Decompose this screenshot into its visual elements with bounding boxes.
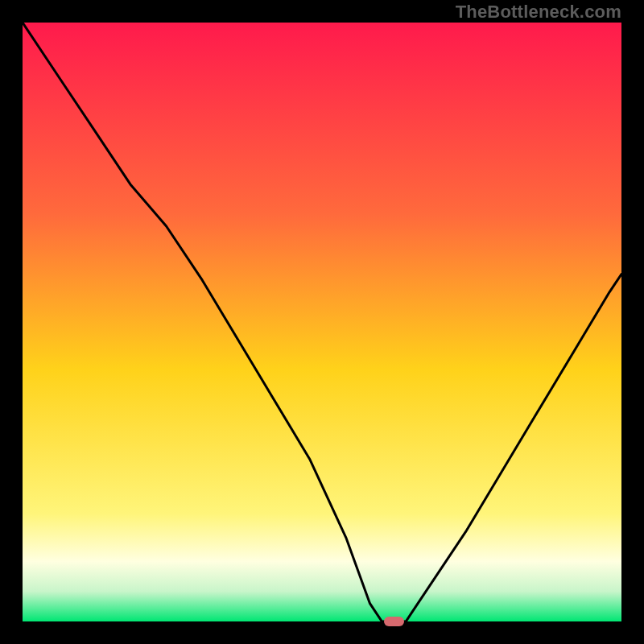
chart-frame: TheBottleneck.com — [0, 0, 644, 644]
gradient-background — [23, 23, 621, 621]
attribution-text: TheBottleneck.com — [456, 2, 621, 23]
plot-area — [23, 23, 621, 621]
optimal-marker — [384, 617, 404, 625]
chart-svg — [23, 23, 621, 621]
